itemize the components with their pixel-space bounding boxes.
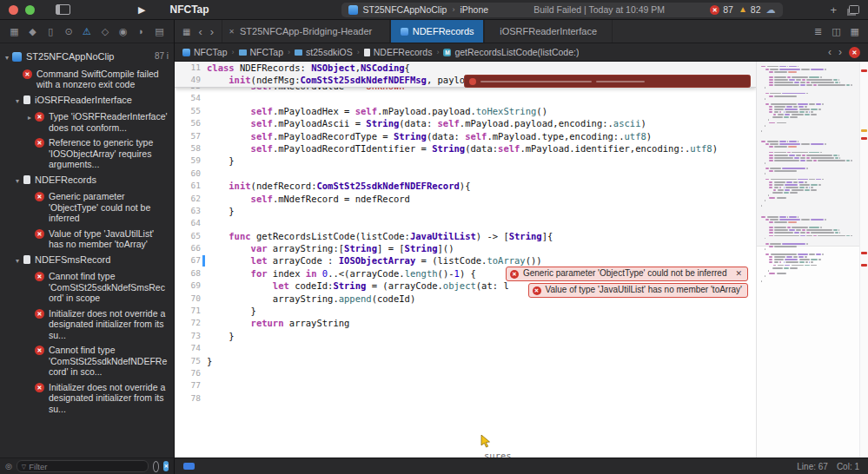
- forward-button[interactable]: ›: [210, 26, 214, 37]
- issue-group-row[interactable]: ▾ST25NFCAppNoClip87 i: [0, 49, 174, 67]
- code-line: 58 self.mPayloadRecordTIdentifier = Stri…: [175, 142, 756, 155]
- line-number[interactable]: 64: [175, 217, 207, 229]
- minimap-toggle-icon[interactable]: ◫: [832, 26, 840, 37]
- run-button[interactable]: ▶: [138, 5, 145, 15]
- windows-icon[interactable]: [849, 5, 859, 14]
- line-number[interactable]: 60: [175, 168, 207, 180]
- debug-icon[interactable]: ◉: [116, 27, 129, 36]
- line-number[interactable]: 56: [175, 117, 207, 129]
- line-number[interactable]: 49: [175, 74, 207, 86]
- line-number[interactable]: 69: [175, 280, 207, 292]
- issue-row[interactable]: ✕Cannot find type 'ComStSt25sdkNdefNDEFR…: [0, 343, 174, 380]
- line-number[interactable]: 65: [175, 230, 207, 242]
- folder-icon: [239, 49, 247, 56]
- library-add-icon[interactable]: +: [830, 4, 837, 16]
- tab-ndefrecords[interactable]: NDEFRecords: [390, 20, 484, 43]
- line-number[interactable]: 61: [175, 180, 207, 192]
- breadcrumb-item-st25sdkios[interactable]: st25sdkiOS: [295, 47, 353, 57]
- warning-count-badge[interactable]: ▲ 82: [739, 4, 761, 15]
- disclosure-icon[interactable]: ▸: [24, 111, 35, 124]
- error-banner[interactable]: ✕Value of type 'JavaUtilList' has no mem…: [528, 283, 748, 298]
- destination-name[interactable]: iPhone: [460, 4, 488, 15]
- line-number[interactable]: 76: [175, 367, 207, 379]
- breadcrumb-item-nfctap[interactable]: NFCTap: [182, 47, 228, 57]
- errors-only-toggle-icon[interactable]: ✕: [163, 461, 169, 471]
- reports-icon[interactable]: ▤: [153, 27, 166, 36]
- breakpoints-icon[interactable]: ◗: [135, 27, 148, 36]
- breadcrumb-item-getrecordslistcode-listcode[interactable]: MgetRecordsListCode(listCode:): [443, 47, 579, 57]
- issue-row[interactable]: ✕Initializer does not override a designa…: [0, 380, 174, 418]
- code-review-icon[interactable]: ≣: [814, 26, 822, 37]
- line-number[interactable]: 73: [175, 330, 207, 342]
- disclosure-icon[interactable]: ▾: [2, 51, 12, 64]
- tab-st25nfcapp-bridging-header[interactable]: ✕ST25NFCApp-Bridging-Header: [222, 20, 390, 43]
- status-indicator-icon[interactable]: [183, 463, 195, 470]
- issue-row[interactable]: ✕Value of type 'JavaUtilList' has no mem…: [0, 227, 174, 253]
- line-number[interactable]: 54: [175, 92, 207, 104]
- filter-field[interactable]: ▽: [17, 460, 149, 472]
- error-banner[interactable]: ✕Generic parameter 'ObjectType' could no…: [506, 267, 748, 281]
- disclosure-icon[interactable]: ▾: [12, 95, 23, 108]
- tests-icon[interactable]: ◇: [98, 27, 111, 36]
- issue-group-row[interactable]: ▾NDEFRecords: [0, 173, 174, 190]
- bookmarks-icon[interactable]: ▯: [44, 27, 57, 36]
- line-number[interactable]: 77: [175, 379, 207, 392]
- issues-icon[interactable]: ⚠: [81, 27, 94, 36]
- line-number[interactable]: 78: [175, 392, 207, 405]
- issue-group-row[interactable]: ▾NDEFSmsRecord: [0, 253, 174, 270]
- issue-row[interactable]: ✕Reference to generic type 'IOSObjectArr…: [0, 135, 174, 173]
- close-icon[interactable]: ✕: [229, 28, 235, 36]
- line-number[interactable]: 55: [175, 105, 207, 117]
- add-editor-icon[interactable]: ▦: [851, 26, 859, 37]
- toggle-sidebar-icon[interactable]: [56, 4, 70, 15]
- disclosure-icon[interactable]: ▾: [12, 174, 23, 188]
- error-count-badge[interactable]: ✕ 87: [710, 4, 733, 15]
- line-number[interactable]: 66: [175, 242, 207, 254]
- line-number[interactable]: 72: [175, 317, 207, 329]
- filter-input[interactable]: [29, 462, 143, 471]
- issue-row[interactable]: ▸✕Type 'iOSRFReaderInterface' does not c…: [0, 109, 174, 135]
- issue-row[interactable]: ✕Initializer does not override a designa…: [0, 306, 174, 344]
- close-window-icon[interactable]: [9, 5, 18, 15]
- related-items-icon[interactable]: ▦: [182, 27, 190, 36]
- latest-build-toggle-icon[interactable]: [153, 461, 159, 472]
- tab-iosrfreaderinterface[interactable]: iOSRFReaderInterface: [484, 20, 613, 43]
- issue-row[interactable]: ✕Generic parameter 'ObjectType' could no…: [0, 189, 174, 227]
- line-number[interactable]: 57: [175, 130, 207, 142]
- scheme-status-pill[interactable]: ST25NFCAppNoClip › iPhone Build Failed |…: [341, 3, 783, 17]
- scrollbar[interactable]: [859, 62, 868, 458]
- line-number[interactable]: 71: [175, 305, 207, 317]
- breadcrumb-item-nfctap[interactable]: NFCTap: [239, 47, 284, 57]
- source-control-icon[interactable]: ◆: [26, 27, 39, 36]
- issue-row[interactable]: ✕Cannot find type 'ComStSt25sdkNdefSmsRe…: [0, 269, 174, 306]
- back-button[interactable]: ‹: [198, 26, 202, 37]
- zoom-window-icon[interactable]: [25, 5, 35, 15]
- minimap[interactable]: [756, 62, 859, 458]
- line-number[interactable]: 59: [175, 155, 207, 167]
- line-number[interactable]: 58: [175, 142, 207, 155]
- code-text: }: [207, 330, 756, 342]
- scheme-name[interactable]: ST25NFCAppNoClip: [363, 4, 447, 15]
- inline-error-banner[interactable]: [464, 75, 751, 88]
- line-number[interactable]: 68: [175, 267, 207, 280]
- file-issue-badge[interactable]: ✕: [849, 47, 860, 58]
- find-icon[interactable]: ⊙: [63, 27, 76, 36]
- filter-options-icon[interactable]: ◎: [5, 463, 12, 471]
- line-number[interactable]: 62: [175, 193, 207, 205]
- source-editor[interactable]: 53 self.mRecordValue = "Unknown"5455 sel…: [175, 62, 868, 458]
- line-number[interactable]: 63: [175, 205, 207, 217]
- project-navigator-icon[interactable]: ▦: [8, 27, 21, 36]
- issue-group-row[interactable]: ▾iOSRFReaderInterface: [0, 93, 174, 110]
- next-issue-icon[interactable]: ›: [838, 47, 842, 57]
- breadcrumb-item-ndefrecords[interactable]: NDEFRecords: [364, 47, 433, 57]
- issue-row[interactable]: ✕Command SwiftCompile failed with a nonz…: [0, 67, 174, 93]
- code-area[interactable]: 53 self.mRecordValue = "Unknown"5455 sel…: [175, 62, 756, 458]
- close-icon[interactable]: ✕: [735, 267, 742, 280]
- line-number[interactable]: 74: [175, 342, 207, 354]
- disclosure-icon[interactable]: ▾: [12, 254, 23, 267]
- line-number[interactable]: 70: [175, 293, 207, 305]
- line-number[interactable]: 11: [175, 62, 207, 74]
- line-number[interactable]: 75: [175, 355, 207, 367]
- mouse-cursor-icon: [480, 435, 492, 448]
- prev-issue-icon[interactable]: ‹: [828, 47, 832, 57]
